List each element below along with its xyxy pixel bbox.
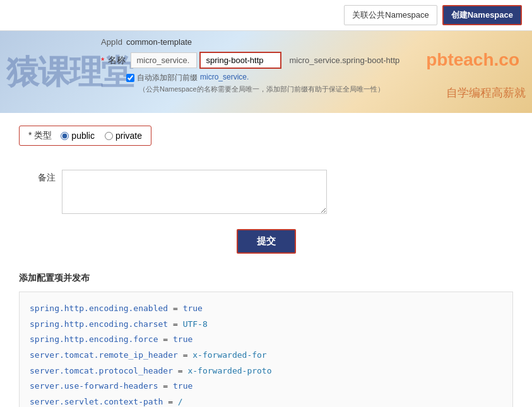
auto-prefix-note: （公共Namespace的名称需要全局唯一，添加部门前缀有助于保证全局唯一性） [139,85,384,94]
main-content: * 类型 public private 备注 提交 添加配置项并发布 sprin… [0,113,532,407]
radio-public-label: public [71,131,95,141]
name-row: * 名称 micro_service.spring-boot-http [101,52,454,69]
code-line-5: server.tomcat.protocol_header = x-forwar… [30,363,502,379]
submit-button[interactable]: 提交 [237,229,296,254]
type-label: * 类型 [28,130,52,141]
submit-row: 提交 [19,229,513,254]
code-val-7: / [178,397,183,406]
code-line-1: spring.http.encoding.enabled = true [30,301,502,317]
remark-row: 备注 [38,170,513,214]
code-line-2: spring.http.encoding.charset = UTF-8 [30,317,502,333]
code-block: spring.http.encoding.enabled = true spri… [19,292,513,407]
auto-prefix-checkbox[interactable] [126,74,134,82]
code-val-6: true [173,381,192,391]
banner-sub-text: 自学编程高薪就 [446,85,526,100]
type-radio-group: public private [61,131,142,141]
name-preview: micro_service.spring-boot-http [289,56,399,65]
auto-prefix-label: 自动添加部门前缀 [137,73,198,83]
appid-row: AppId common-template [101,37,454,47]
code-key-5: server.tomcat.protocol_header [30,366,173,375]
appid-value: common-template [126,37,192,47]
name-prefix-input[interactable] [131,52,197,68]
auto-prefix-note-row: （公共Namespace的名称需要全局唯一，添加部门前缀有助于保证全局唯一性） [101,85,454,94]
code-val-1: true [183,304,203,313]
code-line-3: spring.http.encoding.force = true [30,332,502,348]
name-main-input[interactable] [199,52,281,69]
code-val-5: x-forwarded-proto [187,366,271,375]
config-section-title: 添加配置项并发布 [19,273,513,284]
top-bar: 关联公共Namespace 创建Namespace [0,0,532,31]
remark-textarea[interactable] [62,170,327,214]
appid-label: AppId [101,37,122,47]
create-namespace-button[interactable]: 创建Namespace [442,5,522,25]
code-key-2: spring.http.encoding.charset [30,319,168,329]
type-section: * 类型 public private [19,126,513,158]
name-field-label: 名称 [108,55,126,66]
code-key-7: server.servlet.context-path [30,397,163,406]
code-key-3: spring.http.encoding.force [30,334,158,344]
radio-private-input[interactable] [105,132,113,140]
radio-private[interactable]: private [105,131,142,141]
type-row: * 类型 public private [19,126,151,146]
auto-prefix-row: 自动添加部门前缀 micro_service. [101,73,454,83]
required-star: * [101,56,104,66]
auto-prefix-value: micro_service. [200,73,249,81]
code-line-4: server.tomcat.remote_ip_header = x-forwa… [30,348,502,363]
code-val-3: true [173,334,192,344]
radio-private-label: private [115,131,142,141]
code-val-4: x-forwarded-for [192,350,266,360]
code-key-4: server.tomcat.remote_ip_header [30,350,178,360]
code-key-1: spring.http.encoding.enabled [30,304,168,313]
remark-label: 备注 [38,170,56,184]
banner: 猿课理堂 pbteach.co 自学编程高薪就 AppId common-tem… [0,31,532,113]
associate-namespace-button[interactable]: 关联公共Namespace [344,5,437,25]
code-val-2: UTF-8 [183,319,208,329]
code-key-6: server.use-forward-headers [30,381,158,391]
radio-public[interactable]: public [61,131,95,141]
radio-public-input[interactable] [61,132,69,140]
code-line-6: server.use-forward-headers = true [30,379,502,394]
code-line-7: server.servlet.context-path = / [30,394,502,407]
